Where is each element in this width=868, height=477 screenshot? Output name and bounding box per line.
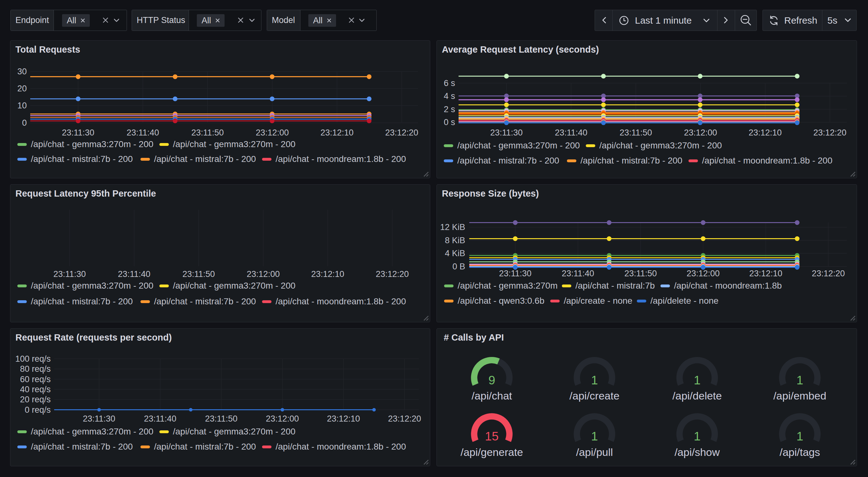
svg-text:23:12:00: 23:12:00: [266, 414, 299, 423]
svg-text:23:11:30: 23:11:30: [490, 128, 523, 137]
svg-text:30: 30: [17, 67, 27, 76]
svg-text:/api/embed: /api/embed: [773, 390, 826, 402]
svg-text:0 req/s: 0 req/s: [25, 405, 51, 415]
svg-text:/api/pull: /api/pull: [576, 446, 613, 458]
svg-text:23:12:20: 23:12:20: [813, 128, 846, 137]
svg-text:23:11:50: 23:11:50: [624, 269, 657, 278]
svg-text:23:11:40: 23:11:40: [127, 128, 159, 137]
svg-text:/api/tags: /api/tags: [779, 446, 820, 458]
svg-text:8 KiB: 8 KiB: [445, 236, 465, 245]
svg-text:/api/show: /api/show: [675, 446, 720, 458]
svg-text:/api/delete: /api/delete: [673, 390, 722, 402]
svg-text:20: 20: [17, 84, 27, 93]
svg-text:23:11:50: 23:11:50: [205, 414, 238, 423]
svg-text:23:11:30: 23:11:30: [53, 269, 86, 279]
svg-text:23:12:00: 23:12:00: [256, 128, 289, 137]
svg-text:23:12:10: 23:12:10: [320, 128, 353, 137]
svg-text:23:11:30: 23:11:30: [62, 128, 94, 137]
svg-text:23:11:40: 23:11:40: [555, 128, 587, 137]
svg-text:80 req/s: 80 req/s: [20, 364, 51, 374]
svg-text:/api/chat: /api/chat: [471, 390, 512, 402]
svg-text:1: 1: [591, 429, 598, 443]
svg-text:6 s: 6 s: [444, 79, 455, 88]
svg-text:23:11:50: 23:11:50: [191, 128, 224, 137]
svg-text:23:12:20: 23:12:20: [388, 414, 421, 423]
svg-text:23:12:00: 23:12:00: [684, 128, 717, 137]
svg-text:0 s: 0 s: [444, 118, 455, 127]
svg-text:23:12:10: 23:12:10: [327, 414, 360, 423]
svg-text:/api/create: /api/create: [569, 390, 620, 402]
svg-text:20 req/s: 20 req/s: [20, 395, 51, 404]
svg-text:10: 10: [17, 101, 27, 110]
svg-text:4 s: 4 s: [444, 91, 455, 101]
svg-text:0: 0: [22, 118, 27, 128]
svg-text:1: 1: [694, 374, 701, 387]
svg-text:23:11:50: 23:11:50: [620, 128, 652, 137]
svg-text:23:12:00: 23:12:00: [247, 269, 280, 279]
svg-text:0 B: 0 B: [452, 262, 465, 271]
svg-text:23:12:10: 23:12:10: [311, 269, 344, 279]
svg-text:4 KiB: 4 KiB: [445, 248, 465, 258]
svg-text:1: 1: [797, 374, 803, 387]
svg-text:12 KiB: 12 KiB: [440, 222, 465, 232]
svg-text:23:12:10: 23:12:10: [749, 269, 782, 278]
svg-text:23:11:40: 23:11:40: [118, 269, 150, 279]
svg-text:23:12:10: 23:12:10: [749, 128, 782, 137]
svg-text:1: 1: [591, 374, 598, 387]
svg-text:23:12:20: 23:12:20: [376, 269, 409, 279]
svg-text:2 s: 2 s: [444, 105, 455, 114]
svg-text:23:12:20: 23:12:20: [812, 269, 845, 278]
svg-text:9: 9: [489, 374, 495, 387]
svg-text:23:11:40: 23:11:40: [562, 269, 594, 278]
svg-text:23:11:50: 23:11:50: [182, 269, 215, 279]
svg-text:1: 1: [694, 429, 701, 443]
svg-text:40 req/s: 40 req/s: [20, 385, 51, 394]
svg-text:23:11:40: 23:11:40: [144, 414, 176, 423]
svg-text:15: 15: [485, 429, 499, 443]
svg-text:60 req/s: 60 req/s: [20, 375, 51, 384]
svg-text:23:12:00: 23:12:00: [687, 269, 720, 278]
svg-text:23:11:30: 23:11:30: [83, 414, 115, 423]
svg-text:23:11:30: 23:11:30: [499, 269, 531, 278]
svg-text:1: 1: [797, 429, 803, 443]
svg-text:23:12:20: 23:12:20: [385, 128, 418, 137]
svg-text:100 req/s: 100 req/s: [15, 354, 51, 364]
svg-text:/api/generate: /api/generate: [461, 446, 523, 458]
